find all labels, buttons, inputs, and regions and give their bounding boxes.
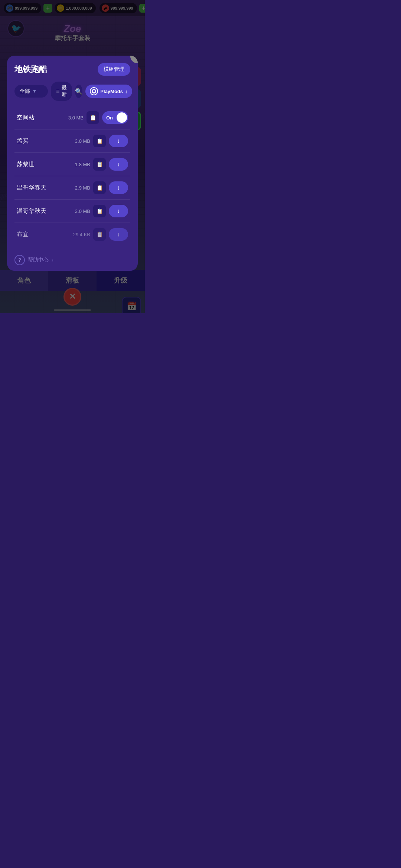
mod-info-icon-1: 📋 [97,138,103,144]
mod-info-1[interactable]: 📋 [93,135,106,147]
mod-item-4: 温哥华秋天 3.0 MB 📋 ↓ [14,200,130,223]
mod-info-5[interactable]: 📋 [93,228,106,241]
toggle-label-0: On [103,115,113,121]
modal-mgmt-button[interactable]: 模组管理 [98,63,130,76]
modal-header: 地铁跑酷 模组管理 [14,63,130,76]
filter-sort-label: 最新 [62,85,67,98]
filter-all-dropdown[interactable]: 全部 ▼ [14,85,48,98]
mod-item-0: 空间站 3.0 MB 📋 On [14,106,130,129]
mod-toggle-0[interactable]: On [102,111,128,124]
help-question-icon: ? [14,255,25,265]
help-center[interactable]: ? 帮助中心 › [14,252,130,265]
mod-name-3: 温哥华春天 [17,184,63,192]
modal-title: 地铁跑酷 [14,64,47,75]
mod-download-3[interactable]: ↓ [109,181,128,194]
help-label: 帮助中心 [28,257,49,263]
dropdown-arrow-icon: ▼ [32,89,37,94]
mod-download-4[interactable]: ↓ [109,205,128,217]
mod-item-1: 孟买 3.0 MB 📋 ↓ [14,129,130,153]
mod-size-2: 1.8 MB [66,162,90,167]
svg-point-2 [93,90,95,92]
mod-info-icon-4: 📋 [97,208,103,214]
download-icon-5: ↓ [117,231,120,238]
mod-size-5: 29.4 KB [66,232,90,237]
modal-close-button[interactable]: × [130,56,138,63]
search-icon: 🔍 [75,88,82,95]
mod-info-icon-2: 📋 [97,161,103,167]
download-icon-3: ↓ [117,184,120,191]
mod-info-3[interactable]: 📋 [93,181,106,194]
sort-icon: ≡ [56,88,59,95]
filter-all-label: 全部 [20,88,30,95]
toggle-circle-0 [117,112,127,123]
mod-download-5[interactable]: ↓ [109,228,128,241]
mod-info-icon-5: 📋 [97,231,103,237]
mod-size-1: 3.0 MB [66,138,90,144]
download-icon-4: ↓ [117,208,120,214]
modal-overlay: × 地铁跑酷 模组管理 全部 ▼ ≡ 最新 🔍 [0,0,145,313]
mod-name-2: 苏黎世 [17,161,63,168]
mod-download-2[interactable]: ↓ [109,158,128,171]
mod-name-4: 温哥华秋天 [17,207,63,215]
mod-info-2[interactable]: 📋 [93,158,106,171]
mod-item-2: 苏黎世 1.8 MB 📋 ↓ [14,153,130,176]
mod-item-5: 布宜 29.4 KB 📋 ↓ [14,223,130,246]
mod-info-4[interactable]: 📋 [93,205,106,217]
help-arrow-icon: › [52,257,53,263]
mod-name-1: 孟买 [17,137,63,145]
download-icon: ↓ [125,89,128,94]
playmods-label: PlayMods [100,89,123,94]
mod-name-0: 空间站 [17,114,56,122]
mod-size-3: 2.9 MB [66,185,90,191]
mod-info-0[interactable]: 📋 [87,111,99,124]
mod-size-0: 3.0 MB [59,115,84,121]
mod-item-3: 温哥华春天 2.9 MB 📋 ↓ [14,176,130,200]
mod-name-5: 布宜 [17,231,63,239]
mod-download-1[interactable]: ↓ [109,135,128,147]
playmods-button[interactable]: PlayMods ↓ [85,85,132,98]
mod-list: 空间站 3.0 MB 📋 On 孟买 3.0 MB 📋 ↓ [14,106,130,246]
mod-info-icon-3: 📋 [97,185,103,191]
filter-row: 全部 ▼ ≡ 最新 🔍 PlayMods ↓ [14,82,130,101]
download-icon-2: ↓ [117,161,120,168]
playmods-logo-icon [90,87,98,95]
mod-modal: × 地铁跑酷 模组管理 全部 ▼ ≡ 最新 🔍 [7,56,138,271]
mod-size-4: 3.0 MB [66,208,90,214]
download-icon-1: ↓ [117,138,120,144]
filter-search-button[interactable]: 🔍 [75,85,82,98]
filter-sort-button[interactable]: ≡ 最新 [51,82,72,101]
mod-info-icon-0: 📋 [90,115,96,121]
